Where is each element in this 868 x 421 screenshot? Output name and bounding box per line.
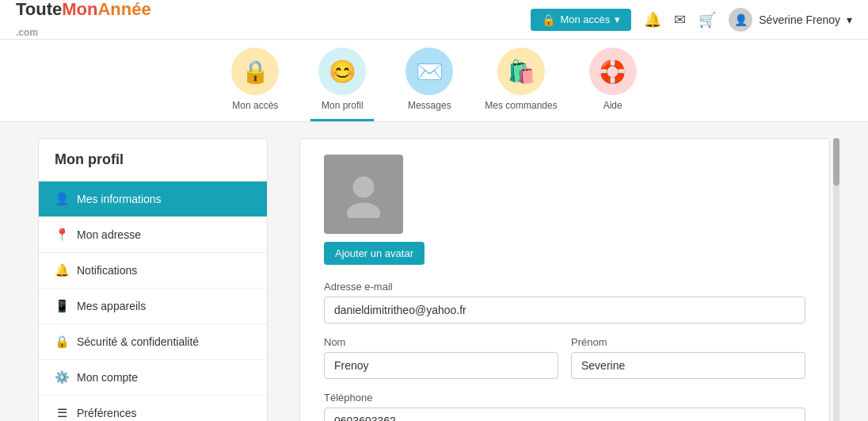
- user-name: Séverine Frenoy: [759, 13, 840, 26]
- nav-icon-aide: 🛟: [589, 48, 637, 95]
- header: TouteMonAnnée.com 🔒 Mon accès ▾ 🔔 ✉ 🛒 👤 …: [0, 0, 868, 40]
- telephone-input[interactable]: [324, 408, 805, 421]
- add-avatar-button[interactable]: Ajouter un avatar: [324, 242, 424, 265]
- sidebar-item-notifications[interactable]: 🔔 Notifications: [39, 253, 267, 289]
- sidebar-item-mes-appareils[interactable]: 📱 Mes appareils: [39, 289, 267, 324]
- logo: TouteMonAnnée.com: [16, 0, 151, 40]
- sidebar-label-notifications: Notifications: [77, 264, 137, 277]
- avatar: 👤: [729, 8, 752, 32]
- nav-label-messages: Messages: [408, 100, 451, 111]
- sidebar-item-mon-adresse[interactable]: 📍 Mon adresse: [39, 217, 267, 253]
- sidebar-label-preferences: Préférences: [77, 407, 136, 419]
- prenom-input[interactable]: [571, 352, 805, 379]
- nom-group: Nom: [324, 336, 558, 379]
- sidebar-label-mes-appareils: Mes appareils: [77, 300, 146, 312]
- profile-scroll-wrapper: Ajouter un avatar Adresse e-mail Nom Pré…: [284, 138, 830, 421]
- header-right: 🔒 Mon accès ▾ 🔔 ✉ 🛒 👤 Séverine Frenoy ▾: [531, 8, 852, 32]
- nav-item-mon-profil[interactable]: 😊 Mon profil: [310, 48, 374, 121]
- sidebar-title: Mon profil: [39, 139, 267, 182]
- email-input[interactable]: [324, 297, 805, 323]
- lock-sidebar-icon: 🔒: [55, 335, 69, 349]
- user-chevron-icon: ▾: [847, 13, 852, 26]
- main-content: Mon profil 👤 Mes informations 📍 Mon adre…: [38, 138, 830, 421]
- phone-icon: 📱: [55, 299, 69, 313]
- bell-icon[interactable]: 🔔: [644, 11, 661, 29]
- cart-icon[interactable]: 🛒: [699, 11, 716, 29]
- telephone-group: Téléphone: [324, 392, 805, 421]
- user-info[interactable]: 👤 Séverine Frenoy ▾: [729, 8, 852, 32]
- mail-icon[interactable]: ✉: [674, 11, 686, 29]
- chevron-down-icon: ▾: [615, 13, 620, 25]
- sidebar-item-mes-informations[interactable]: 👤 Mes informations: [39, 182, 267, 217]
- preferences-icon: ☰: [55, 406, 69, 420]
- profile-area: Ajouter un avatar Adresse e-mail Nom Pré…: [299, 138, 830, 421]
- svg-point-0: [353, 177, 375, 198]
- bell-sidebar-icon: 🔔: [55, 263, 69, 277]
- scrollbar-track: [833, 138, 839, 421]
- nav-bar: 🔒 Mon accès 😊 Mon profil ✉️ Messages 🛍️ …: [0, 40, 868, 122]
- add-avatar-label: Ajouter un avatar: [335, 247, 413, 259]
- user-icon: 👤: [55, 192, 69, 206]
- email-group: Adresse e-mail: [324, 281, 805, 323]
- avatar-placeholder: [324, 155, 403, 234]
- sidebar-item-mon-compte[interactable]: ⚙️ Mon compte: [39, 360, 267, 396]
- sidebar-label-mon-compte: Mon compte: [77, 371, 138, 384]
- avatar-icon: [340, 170, 387, 218]
- email-label: Adresse e-mail: [324, 281, 805, 293]
- sidebar-label-securite: Sécurité & confidentialité: [77, 335, 199, 348]
- nav-item-messages[interactable]: ✉️ Messages: [398, 48, 461, 121]
- svg-point-1: [347, 203, 380, 219]
- sidebar: Mon profil 👤 Mes informations 📍 Mon adre…: [38, 138, 268, 421]
- nav-label-mon-profil: Mon profil: [322, 100, 364, 111]
- sidebar-item-securite[interactable]: 🔒 Sécurité & confidentialité: [39, 324, 267, 360]
- scrollbar-thumb[interactable]: [833, 138, 839, 186]
- nom-input[interactable]: [324, 352, 558, 379]
- nav-label-mes-commandes: Mes commandes: [485, 100, 557, 111]
- nav-icon-mon-acces: 🔒: [231, 48, 279, 95]
- sidebar-item-preferences[interactable]: ☰ Préférences: [39, 396, 267, 421]
- nav-item-aide[interactable]: 🛟 Aide: [581, 48, 645, 121]
- nav-icon-mes-commandes: 🛍️: [497, 48, 545, 95]
- prenom-group: Prénom: [571, 336, 805, 379]
- mon-acces-label: Mon accès: [560, 13, 610, 25]
- telephone-label: Téléphone: [324, 392, 805, 404]
- nav-item-mon-acces[interactable]: 🔒 Mon accès: [223, 48, 287, 121]
- nav-icon-mon-profil: 😊: [318, 48, 366, 95]
- nav-label-aide: Aide: [603, 100, 622, 111]
- mon-acces-button[interactable]: 🔒 Mon accès ▾: [531, 9, 631, 31]
- sidebar-label-mes-informations: Mes informations: [77, 193, 162, 205]
- lock-icon: 🔒: [542, 13, 555, 26]
- nom-label: Nom: [324, 336, 558, 348]
- nav-item-mes-commandes[interactable]: 🛍️ Mes commandes: [485, 48, 557, 121]
- nav-icon-messages: ✉️: [405, 48, 453, 95]
- gear-icon: ⚙️: [55, 370, 69, 385]
- nav-label-mon-acces: Mon accès: [232, 100, 278, 111]
- sidebar-label-mon-adresse: Mon adresse: [77, 228, 141, 241]
- name-row: Nom Prénom: [324, 336, 805, 392]
- prenom-label: Prénom: [571, 336, 805, 348]
- location-icon: 📍: [55, 228, 69, 242]
